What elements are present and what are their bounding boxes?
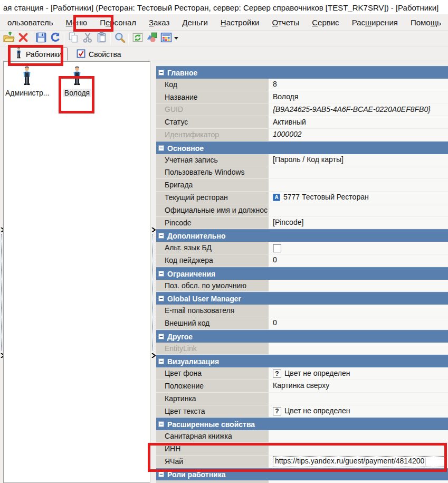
menu-item-помощь[interactable]: Помощь <box>404 16 447 29</box>
grid-view-button[interactable] <box>159 32 173 45</box>
cut-button[interactable] <box>80 32 94 45</box>
property-label[interactable]: Идентификатор <box>156 129 269 141</box>
color-undefined-icon[interactable]: ? <box>273 407 281 415</box>
property-value[interactable] <box>269 343 448 355</box>
section-header[interactable]: −Визуализация <box>156 355 448 367</box>
search-button[interactable] <box>112 32 127 45</box>
property-label[interactable]: Название <box>156 91 269 104</box>
collapse-icon[interactable]: − <box>158 271 164 277</box>
collapse-icon[interactable]: − <box>158 145 164 151</box>
chevron-down-icon[interactable] <box>174 37 178 40</box>
collapse-icon[interactable]: − <box>158 296 164 301</box>
property-value[interactable]: [Пароль / Код карты] <box>269 154 448 167</box>
property-value[interactable]: {B9A24625-9AB5-4A6F-BCAE-0220A0EF8FB0} <box>269 103 448 116</box>
property-value[interactable]: ?Цвет не определен <box>269 405 448 418</box>
splitter-expand-icon[interactable] <box>151 353 156 358</box>
color-undefined-icon[interactable]: ? <box>273 370 281 378</box>
property-value[interactable] <box>269 166 448 179</box>
property-value[interactable] <box>269 305 448 317</box>
menu-item-расширения[interactable]: Расширения <box>346 16 404 29</box>
menu-item-меню[interactable]: Меню <box>60 16 94 29</box>
collapse-icon[interactable]: − <box>158 358 164 364</box>
property-label[interactable]: Пользователь Windows <box>156 166 269 179</box>
property-value[interactable]: A5777 Тестовый Ресторан <box>269 192 448 204</box>
property-value[interactable] <box>269 443 448 456</box>
property-label[interactable]: Положение <box>156 380 269 393</box>
alt-db-language-checkbox[interactable] <box>273 244 281 252</box>
menu-item-настройки[interactable]: Настройки <box>214 16 266 29</box>
property-label[interactable]: Бригада <box>156 179 269 192</box>
menu-item-отчеты[interactable]: Отчеты <box>265 16 306 29</box>
collapse-icon[interactable]: − <box>158 334 164 339</box>
section-header[interactable]: −Основное <box>156 141 448 154</box>
menu-item-деньги[interactable]: Деньги <box>176 16 214 29</box>
collapse-icon[interactable]: − <box>158 421 164 427</box>
property-label[interactable]: Альт. язык БД <box>156 242 269 254</box>
property-label[interactable]: Текущий ресторан <box>156 192 269 204</box>
property-value[interactable] <box>269 179 448 192</box>
property-value[interactable] <box>269 204 448 217</box>
save-button[interactable] <box>34 32 48 45</box>
open-button[interactable] <box>2 32 16 45</box>
property-value[interactable]: [Pincode] <box>269 217 448 230</box>
property-label[interactable]: Код <box>156 79 269 91</box>
property-label[interactable]: Текущий Р <box>156 480 269 483</box>
section-header[interactable]: −Ограничения <box>156 267 448 280</box>
section-header[interactable]: −Роли работника <box>156 468 448 481</box>
undo-button[interactable] <box>48 32 62 45</box>
tab-свойства[interactable]: Свойства <box>71 48 126 61</box>
property-label[interactable]: Статус <box>156 116 269 129</box>
splitter-expand-icon[interactable] <box>151 227 156 232</box>
splitter-dots[interactable] <box>152 234 153 351</box>
property-value[interactable]: 0 <box>269 254 448 267</box>
collapse-icon[interactable]: − <box>158 233 164 239</box>
property-label[interactable]: Поз. обсл. по умолчнию <box>156 280 269 292</box>
property-label[interactable]: Санитарная книжка <box>156 430 269 443</box>
collapse-icon[interactable]: − <box>158 70 164 75</box>
section-header[interactable]: −Дополнительно <box>156 229 448 242</box>
property-value[interactable]: Активный <box>269 116 448 129</box>
property-label[interactable]: ЯЧай <box>156 456 269 468</box>
property-value[interactable]: Картинка сверху <box>269 380 448 393</box>
property-label[interactable]: E-mail пользователя <box>156 305 269 317</box>
employee-item[interactable]: Администр... <box>4 67 50 98</box>
refresh-button[interactable] <box>130 32 145 45</box>
property-value[interactable] <box>269 430 448 443</box>
collapse-icon[interactable]: − <box>158 471 164 477</box>
delete-button[interactable] <box>16 32 30 45</box>
property-value[interactable] <box>269 393 448 405</box>
property-label[interactable]: Цвет фона <box>156 367 269 380</box>
section-header[interactable]: −Главное <box>156 66 448 79</box>
property-value[interactable]: ?Цвет не определен <box>269 367 448 380</box>
menu-item-заказ[interactable]: Заказ <box>142 16 176 29</box>
property-value[interactable]: 1000002 <box>269 129 448 141</box>
panel-splitter[interactable] <box>150 61 156 483</box>
property-label[interactable]: Официальные имя и должнос <box>156 204 269 217</box>
paste-button[interactable] <box>94 32 109 45</box>
shapes-button[interactable] <box>145 32 159 45</box>
section-header[interactable]: −Другое <box>156 330 448 343</box>
property-value[interactable] <box>269 242 448 254</box>
property-value[interactable] <box>269 280 448 292</box>
property-label[interactable]: EntityLink <box>156 343 269 355</box>
tab-работники[interactable]: Работники <box>9 48 68 61</box>
property-label[interactable]: Код пейджера <box>156 254 269 267</box>
employee-item[interactable]: Володя <box>54 67 100 98</box>
property-label[interactable]: Учетная запись <box>156 154 269 167</box>
copy-button[interactable] <box>66 32 80 45</box>
property-label[interactable]: Pincode <box>156 217 269 230</box>
property-value[interactable]: 8 <box>269 79 448 91</box>
section-header[interactable]: −Расширенные свойства <box>156 418 448 430</box>
section-header[interactable]: −Global User Manager <box>156 292 448 305</box>
menu-item-сервис[interactable]: Сервис <box>306 16 345 29</box>
yachay-url-input[interactable]: https://tips.yandex.ru/guest/payment/481… <box>273 456 446 467</box>
property-value[interactable]: https://tips.yandex.ru/guest/payment/481… <box>269 456 448 468</box>
splitter-dots[interactable] <box>1 234 2 351</box>
menu-item-персонал[interactable]: Персонал <box>93 16 142 29</box>
property-label[interactable]: Картинка <box>156 393 269 405</box>
property-value[interactable]: Володя <box>269 91 448 104</box>
property-value[interactable]: 0 <box>269 317 448 330</box>
property-label[interactable]: GUID <box>156 103 269 116</box>
menu-item-ользователь[interactable]: ользователь <box>1 16 60 29</box>
property-label[interactable]: Внешний код <box>156 317 269 330</box>
